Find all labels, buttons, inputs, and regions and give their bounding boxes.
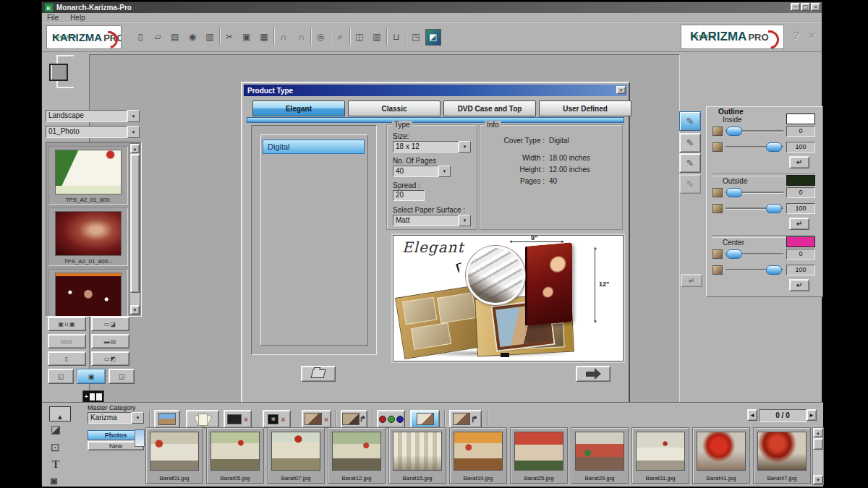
current-page-button[interactable]: ▣ <box>77 369 106 384</box>
template-list-scrollbar[interactable]: ▲ ▼ <box>129 143 140 315</box>
disc-button[interactable]: ◎ <box>312 29 328 46</box>
slider-icon-button[interactable] <box>712 249 723 259</box>
slider-icon-button[interactable] <box>712 127 723 136</box>
slider-icon-button[interactable] <box>712 204 723 213</box>
spread-input[interactable]: 20 <box>393 190 425 201</box>
orientation-combo[interactable]: Landscape ▼ <box>46 110 140 122</box>
redo-button[interactable]: ∩ <box>293 29 309 46</box>
align-left-page-button[interactable]: ◱ <box>48 369 74 384</box>
slider-icon-button[interactable] <box>712 188 723 197</box>
photo-cell[interactable]: Barat05.jpg <box>206 427 264 484</box>
menu-file[interactable]: File <box>47 14 59 22</box>
book-view-button[interactable]: ◫ <box>352 29 367 46</box>
photo-cell[interactable]: Barat19.jpg <box>449 427 507 484</box>
film-strip-scrollbar[interactable]: ▲ ▼ <box>812 427 824 485</box>
crop-tool[interactable]: ⊡ <box>51 441 60 454</box>
open-folder-button[interactable]: ▱ <box>150 29 166 46</box>
photo-browser-button[interactable] <box>154 410 180 428</box>
save-button[interactable]: ▤ <box>167 29 183 46</box>
scroll-down-icon[interactable]: ▼ <box>130 305 140 314</box>
slider-icon-button[interactable] <box>712 142 723 152</box>
color-swatch-inside[interactable] <box>786 114 815 124</box>
scrollbar-thumb[interactable] <box>813 438 823 450</box>
tab-elegant[interactable]: Elegant <box>252 100 345 116</box>
scrollbar-thumb[interactable] <box>130 154 140 293</box>
spread-list-button[interactable]: ▬▤ <box>91 334 129 348</box>
import-photo-button[interactable]: ◩ <box>425 29 441 46</box>
slider-thumb[interactable] <box>766 265 782 275</box>
photo-cell[interactable]: Barat29.jpg <box>571 427 629 484</box>
inside-max-slider[interactable] <box>726 142 783 152</box>
close-button[interactable]: × <box>811 3 820 11</box>
master-category-combo[interactable]: Karizma ▼ <box>88 412 144 424</box>
scroll-down-icon[interactable]: ▼ <box>813 475 823 484</box>
cut-button[interactable]: ✂ <box>221 29 237 46</box>
album-fan-button[interactable] <box>186 410 219 428</box>
outline-reset-all-button[interactable]: ↵ <box>681 274 702 287</box>
template-item[interactable]: TPS_A2_01_800. <box>48 146 128 205</box>
chevron-down-icon[interactable]: ▼ <box>438 166 451 177</box>
page-prev-button[interactable]: ◄ <box>747 409 757 421</box>
chevron-down-icon[interactable]: ▼ <box>132 412 144 424</box>
page-selector-icon[interactable] <box>48 54 81 87</box>
inside-min-slider[interactable] <box>726 126 783 136</box>
minimize-button[interactable]: ─ <box>791 3 800 11</box>
slider-thumb[interactable] <box>766 142 782 152</box>
undo-button[interactable]: ∩ <box>276 29 292 46</box>
scroll-up-icon[interactable]: ▲ <box>130 144 140 153</box>
photo-view-button[interactable] <box>410 410 440 428</box>
text-tool[interactable]: T <box>52 458 59 471</box>
photo-select-tool[interactable]: ◪ <box>51 423 61 436</box>
product-list[interactable]: Digital <box>260 134 368 346</box>
send-photo-up-button[interactable]: ↱ <box>341 410 367 428</box>
new-document-button[interactable]: ▯ <box>132 29 148 46</box>
product-item-digital[interactable]: Digital <box>263 140 365 154</box>
photo-cell[interactable]: Barat07.jpg <box>267 427 325 484</box>
page-flip-button[interactable]: ▭◪ <box>91 317 129 331</box>
slider-icon-button[interactable] <box>712 265 723 275</box>
photo-cell[interactable]: Barat15.jpg <box>388 427 446 484</box>
outside-reset-button[interactable]: ↵ <box>789 218 809 230</box>
new-page-button[interactable]: ▯ <box>48 351 86 366</box>
menu-help[interactable]: Help <box>70 14 85 22</box>
import-selected-button[interactable]: ↱ <box>449 410 482 428</box>
page-next-button[interactable]: ► <box>807 409 817 421</box>
outside-min-slider[interactable] <box>726 187 783 197</box>
photo-cell[interactable]: Barat47.jpg <box>753 427 811 484</box>
open-product-button[interactable] <box>301 366 336 382</box>
pages-combo[interactable]: 40 ▼ <box>393 166 451 177</box>
template-item[interactable]: TPS_A2_01_800... <box>48 207 128 266</box>
photo-cell[interactable]: Barat41.jpg <box>692 427 750 484</box>
center-reset-button[interactable]: ↵ <box>789 279 809 291</box>
remove-effect-button[interactable]: ✳× <box>263 410 291 428</box>
size-combo[interactable]: 18 x 12 ▼ <box>393 141 471 153</box>
image-tool[interactable]: ▲ <box>49 406 71 421</box>
maximize-button[interactable]: ▢ <box>801 3 810 11</box>
chevron-down-icon[interactable]: ▼ <box>459 141 471 153</box>
slider-thumb[interactable] <box>766 204 782 213</box>
color-swatch-outside[interactable] <box>786 175 815 186</box>
scroll-up-icon[interactable]: ▲ <box>813 428 823 437</box>
album-link-button[interactable]: ▣∪▣ <box>48 317 86 331</box>
close-project-button[interactable]: × <box>809 29 815 41</box>
strip-mode-icon[interactable] <box>135 429 145 447</box>
columns-view-button[interactable]: ▥ <box>369 29 385 46</box>
film-button[interactable]: ▥ <box>202 29 218 46</box>
title-bar[interactable]: K Monarch-Karizma-Pro ─ ▢ × <box>42 2 822 13</box>
outline-tool-button-4[interactable]: ✎ <box>679 174 701 194</box>
center-min-slider[interactable] <box>726 249 783 259</box>
template-item[interactable] <box>48 269 128 317</box>
chevron-down-icon[interactable]: ▼ <box>127 110 140 122</box>
center-max-slider[interactable] <box>726 265 783 275</box>
spread-view-button[interactable]: ▭▭ <box>48 334 86 348</box>
color-channels-button[interactable] <box>377 410 405 428</box>
photo-cell[interactable]: Barat31.jpg <box>631 427 689 484</box>
zoom-button[interactable]: ⌕ <box>332 29 348 46</box>
dialog-close-button[interactable]: × <box>616 86 626 94</box>
inside-reset-button[interactable]: ↵ <box>789 156 809 168</box>
chevron-down-icon[interactable]: ▼ <box>127 126 140 138</box>
photo-cell[interactable]: Barat01.jpg <box>145 427 203 484</box>
export-album-button[interactable]: ◳ <box>408 29 424 46</box>
tab-dvd-case[interactable]: DVD Case and Top <box>443 100 536 116</box>
add-spread-icon[interactable]: + <box>82 390 104 403</box>
